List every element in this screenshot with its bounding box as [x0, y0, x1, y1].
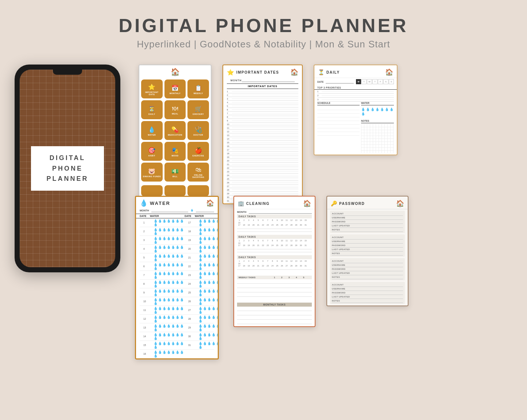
- home-icon[interactable]: 🏠: [206, 199, 214, 207]
- notes-field-3: NOTES: [332, 275, 403, 279]
- date-line: 16: [227, 144, 298, 148]
- col-date1: DATE: [140, 215, 150, 217]
- water-rows: 1 💧💧💧💧💧💧💧💧 17 💧💧💧💧💧💧💧💧 2 💧💧💧💧💧💧💧💧 18 💧💧💧…: [136, 218, 218, 358]
- last-updated-field-2: LAST UPDATED: [332, 248, 403, 252]
- drop4: 💧: [375, 108, 379, 111]
- menu-item-habit[interactable]: 🎯 HABIT: [141, 142, 163, 161]
- home-icon[interactable]: 🏠: [303, 199, 311, 207]
- date-line: 9: [227, 119, 298, 122]
- menu-item-bill[interactable]: 💵 BILL: [164, 163, 186, 182]
- menu-item-label: BILL: [173, 175, 178, 178]
- sinking-funds-icon: 🐷: [148, 168, 155, 175]
- account-field-2: ACCOUNT: [332, 236, 403, 240]
- water-col: WATER 💧 💧 💧 💧 💧 💧 💧 💧 NOTES: [361, 102, 394, 153]
- menu-item-weekly[interactable]: 📋 WEEKLY: [187, 79, 209, 98]
- menu-item-doctor[interactable]: 🩺 DOCTOR: [187, 121, 209, 140]
- menu-item-mood[interactable]: 🎭 MOOD: [164, 142, 186, 161]
- drop7: 💧: [390, 108, 394, 111]
- menu-item-medication[interactable]: 💊 MEDICATION: [164, 121, 186, 140]
- water-row: 1 💧💧💧💧💧💧💧💧 17 💧💧💧💧💧💧💧💧: [140, 218, 214, 227]
- weekly-icon: 📋: [195, 85, 202, 92]
- water-title-group: 💧 WATER: [140, 199, 170, 207]
- month-row: MONTH: [227, 78, 298, 84]
- water-tracker-card: 💧 WATER 🏠 MONTH 💧 DATE WATER DATE WATER: [135, 196, 219, 359]
- daily-tasks-label-2: DAILY TASKS: [237, 235, 312, 239]
- date-line: 5: [227, 104, 298, 108]
- menu-grid: ⭐ IMPORTANTDATE 📅 MONTHLY 📋 WEEKLY ⏳ DAI…: [139, 78, 211, 183]
- water-table-header: DATE WATER DATE WATER: [136, 214, 218, 218]
- schedule-label: SCHEDULE: [317, 102, 360, 105]
- account-field-4: ACCOUNT: [332, 283, 403, 287]
- menu-item-label: HABIT: [148, 155, 155, 157]
- date-line: 20: [227, 159, 298, 163]
- monthly-row: [237, 311, 312, 315]
- water-row: 15 💧💧💧💧💧💧💧💧 31 💧💧💧💧💧💧💧💧: [140, 341, 214, 350]
- monthly-rows: [237, 307, 312, 325]
- password-section-4: ACCOUNT USERNAME PASSWORD LAST UPDATED N…: [330, 282, 405, 304]
- menu-item-meal[interactable]: 🍽 MEAL: [164, 100, 186, 119]
- drop1: 💧: [361, 108, 365, 111]
- calendar-row-2b: 171819202122232425262728293031: [237, 244, 312, 246]
- drop6: 💧: [385, 108, 389, 111]
- menu-item-exercise[interactable]: 🍎 EXERCISE: [187, 142, 209, 161]
- home-icon[interactable]: 🏠: [385, 68, 393, 76]
- menu-item-sinking-funds[interactable]: 🐷 SINKING FUNDS: [141, 163, 163, 182]
- monthly-tasks-label: MONTHLY TASKS: [237, 303, 312, 307]
- monthly-row: [237, 315, 312, 320]
- habit-icon: 🎯: [148, 147, 155, 154]
- dates-column-header: IMPORTANT DATES: [227, 84, 298, 89]
- daily-task-lines-1: [237, 226, 312, 233]
- important-dates-card: ⭐ IMPORTANT DATES 🏠 MONTH IMPORTANT DATE…: [222, 65, 303, 204]
- menu-item-daily[interactable]: ⏳ DAILY: [141, 100, 163, 119]
- date-line: 10: [227, 122, 298, 126]
- phone-label: DIGITALPHONEPLANNER: [39, 153, 96, 184]
- cleaning-month-row: MONTH: [234, 209, 315, 214]
- password-section-1: ACCOUNT USERNAME PASSWORD LAST UPDATED N…: [330, 211, 405, 233]
- date-line: 19: [227, 155, 298, 159]
- date-line: 17: [227, 148, 298, 152]
- password-section-3: ACCOUNT USERNAME PASSWORD LAST UPDATED N…: [330, 258, 405, 280]
- building-icon: 🏢: [238, 201, 244, 206]
- password-field-4: PASSWORD: [332, 291, 403, 295]
- calendar-icon: 📅: [171, 85, 179, 92]
- menu-item-label: MONTHLY: [170, 92, 181, 94]
- water-card-title: WATER: [150, 201, 170, 206]
- schedule-lines: [317, 106, 360, 143]
- card-title: IMPORTANT DATES: [236, 70, 279, 74]
- weekly-header: WEEKLY TASKS 1 2 3 4 5: [237, 276, 312, 279]
- menu-item-monthly[interactable]: 📅 MONTHLY: [164, 79, 186, 98]
- drop-indicator: 💧: [190, 209, 194, 212]
- last-updated-field-3: LAST UPDATED: [332, 271, 403, 275]
- water-row: 12 💧💧💧💧💧💧💧💧 28 💧💧💧💧💧💧💧💧: [140, 315, 214, 323]
- date-line: 4: [227, 101, 298, 104]
- menu-partial-item: [187, 185, 209, 196]
- daily-date-row: DATE M T W T F S S: [314, 78, 397, 85]
- home-icon[interactable]: 🏠: [396, 199, 404, 207]
- menu-item-shopping[interactable]: 🛍 ONLINE SHOPPING: [187, 163, 209, 182]
- content-area: DIGITALPHONEPLANNER 🏠 ⭐ IMPORTANTDATE 📅 …: [0, 54, 527, 404]
- notes-field-2: NOTES: [332, 252, 403, 256]
- menu-partial-item: [164, 185, 186, 196]
- menu-home-icon[interactable]: 🏠: [139, 65, 211, 78]
- date-line: 14: [227, 137, 298, 141]
- drop8: 💧: [361, 112, 365, 116]
- weekly-section: WEEKLY TASKS 1 2 3 4 5: [237, 276, 312, 301]
- home-icon[interactable]: 🏠: [290, 68, 298, 76]
- card-header: ⭐ IMPORTANT DATES 🏠: [223, 65, 302, 78]
- water-row: 4 💧💧💧💧💧💧💧💧 20 💧💧💧💧💧💧💧💧: [140, 245, 214, 253]
- menu-item-water[interactable]: 💧 WATER: [141, 121, 163, 140]
- water-label: WATER: [361, 102, 394, 105]
- weekly-row: [237, 279, 312, 284]
- month-label: MONTH: [230, 79, 242, 82]
- medication-icon: 💊: [171, 126, 179, 133]
- top-priorities-label: TOP 3 PRIORITIES: [314, 85, 397, 90]
- day-f: F: [378, 79, 383, 84]
- calendar-row-1b: 171819202122232425262728293031: [237, 224, 312, 226]
- monthly-row: [237, 307, 312, 311]
- water-row: 7 💧💧💧💧💧💧💧💧 23 💧💧💧💧💧💧💧💧: [140, 271, 214, 280]
- menu-item-important-date[interactable]: ⭐ IMPORTANTDATE: [141, 79, 163, 98]
- password-field-2: PASSWORD: [332, 244, 403, 248]
- menu-item-grocery[interactable]: 🛒 GROCERY: [187, 100, 209, 119]
- col-date2: DATE: [185, 215, 195, 217]
- account-field-3: ACCOUNT: [332, 259, 403, 263]
